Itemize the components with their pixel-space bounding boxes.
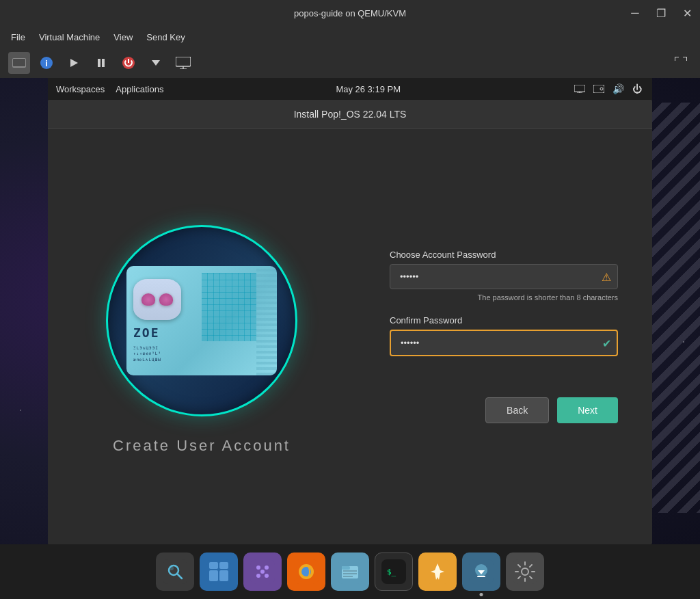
tray-power-icon[interactable]: ⏻ [630,82,644,96]
svg-rect-23 [219,562,228,569]
confirm-password-input[interactable] [390,330,618,356]
gnome-clock[interactable]: May 26 3:19 PM [336,84,401,94]
svg-rect-12 [574,85,585,92]
taskbar: $_ [0,544,700,599]
titlebar: popos-guide on QEMU/KVM ─ ❐ ✕ [0,0,700,26]
svg-point-31 [260,570,265,574]
toolbar-screen-icon[interactable] [8,52,30,74]
taskbar-files[interactable] [331,553,369,591]
next-button[interactable]: Next [557,397,618,423]
svg-text:$_: $_ [387,568,396,576]
svg-rect-1 [13,59,25,66]
taskbar-terminal[interactable]: $_ [375,553,413,591]
svg-rect-6 [102,59,105,67]
menu-view[interactable]: View [108,29,138,45]
menubar: File Virtual Machine View Send Key [0,26,700,48]
taskbar-search-app[interactable] [156,553,194,591]
password-input[interactable] [390,264,618,289]
id-card: ZOE ΞLЭ∧ЦЭЭI↑↓↑ᴂeᴨᴲLᴲᴂᴨeL∧LЦШЫ [126,266,277,375]
installer-title: Install Pop!_OS 22.04 LTS [294,109,407,120]
avatar-ring: ZOE ΞLЭ∧ЦЭЭI↑↓↑ᴂeᴨᴲLᴲᴂᴨeL∧LЦШЫ [106,225,297,416]
toolbar-pause-icon[interactable] [90,52,112,74]
svg-point-29 [256,574,260,578]
svg-rect-39 [343,573,357,574]
password-input-wrapper: ⚠ [390,264,618,289]
gnome-applications[interactable]: Applications [116,84,163,94]
stripe-decoration [652,103,700,513]
password-group: Choose Account Password ⚠ The password i… [390,250,618,302]
page-title: Create User Account [113,437,291,455]
main-window: Install Pop!_OS 22.04 LTS ZOE ΞLЭ∧ЦЭЭI↑↓… [48,100,652,544]
svg-point-27 [256,565,260,570]
confirm-label: Confirm Password [390,315,618,325]
taskbar-mission-control[interactable] [200,553,238,591]
gnome-tray: 🔊 ⏻ [573,82,644,96]
close-button[interactable]: ✕ [674,0,700,26]
gnome-workspaces[interactable]: Workspaces [56,84,105,94]
window-title: popos-guide on QEMU/KVM [0,8,700,18]
back-button[interactable]: Back [485,397,549,423]
toolbar-power-icon[interactable] [118,52,139,74]
tray-volume-icon[interactable]: 🔊 [611,82,625,96]
taskbar-firefox[interactable] [287,553,325,591]
taskbar-installer[interactable] [462,553,500,591]
svg-rect-9 [176,57,191,66]
id-name: ZOE [133,325,181,340]
toolbar-dropdown-icon[interactable] [145,52,167,74]
gnome-left-panel: Workspaces Applications [56,84,163,94]
installer-header: Install Pop!_OS 22.04 LTS [48,100,652,129]
titlebar-buttons: ─ ❐ ✕ [622,0,700,26]
right-panel: Choose Account Password ⚠ The password i… [355,129,652,544]
action-buttons: Back Next [390,397,618,423]
id-card-left: ZOE ΞLЭ∧ЦЭЭI↑↓↑ᴂeᴨᴲLᴲᴂᴨeL∧LЦШЫ [133,279,181,362]
confirm-password-group: Confirm Password ✔ [390,315,618,356]
svg-rect-40 [343,576,353,577]
svg-rect-24 [209,570,218,581]
svg-rect-25 [219,570,228,581]
password-hint: The password is shorter than 8 character… [390,293,618,302]
toolbar-fullscreen-icon[interactable] [670,52,692,74]
svg-rect-17 [163,559,187,584]
left-panel: ZOE ΞLЭ∧ЦЭЭI↑↓↑ᴂeᴨᴲLᴲᴂᴨeL∧LЦШЫ Create Us… [48,129,355,544]
check-icon: ✔ [602,336,611,349]
maximize-button[interactable]: ❐ [648,0,674,26]
svg-point-28 [265,565,269,570]
id-card-strips [256,266,277,375]
svg-text:i: i [45,58,48,68]
taskbar-rocket[interactable] [418,553,457,591]
installer-active-dot [480,593,483,596]
robot-eye-left [142,293,155,306]
svg-rect-22 [209,562,218,569]
svg-rect-38 [343,570,357,572]
svg-point-16 [600,88,603,90]
tray-hd-icon[interactable] [592,82,606,96]
password-label: Choose Account Password [390,250,618,260]
svg-point-20 [170,566,174,570]
menu-send-key[interactable]: Send Key [141,29,190,45]
toolbar-display-icon[interactable] [172,52,194,74]
taskbar-settings[interactable] [506,553,544,591]
robot-face [133,279,181,320]
menu-file[interactable]: File [5,29,31,45]
svg-rect-46 [477,576,485,577]
toolbar-play-icon[interactable] [63,52,85,74]
toolbar-info-icon[interactable]: i [36,52,57,74]
svg-rect-37 [342,566,350,570]
gnome-panel: Workspaces Applications May 26 3:19 PM 🔊… [48,78,652,100]
minimize-button[interactable]: ─ [622,0,648,26]
toolbar: i [0,48,700,78]
tray-screen-icon[interactable] [573,82,587,96]
svg-marker-8 [152,60,160,66]
svg-point-30 [265,574,269,578]
warning-icon: ⚠ [602,270,611,283]
robot-eye-right [159,293,173,306]
svg-marker-4 [70,59,78,67]
id-barcode: ΞLЭ∧ЦЭЭI↑↓↑ᴂeᴨᴲLᴲᴂᴨeL∧LЦШЫ [133,345,181,362]
svg-rect-5 [98,59,100,67]
installer-body: ZOE ΞLЭ∧ЦЭЭI↑↓↑ᴂeᴨᴲLᴲᴂᴨeL∧LЦШЫ Create Us… [48,129,652,544]
avatar-container: ZOE ΞLЭ∧ЦЭЭI↑↓↑ᴂeᴨᴲLᴲᴂᴨeL∧LЦШЫ [99,218,304,423]
menu-virtual-machine[interactable]: Virtual Machine [33,29,105,45]
confirm-input-wrapper: ✔ [390,330,618,356]
taskbar-app-grid[interactable] [243,553,282,591]
